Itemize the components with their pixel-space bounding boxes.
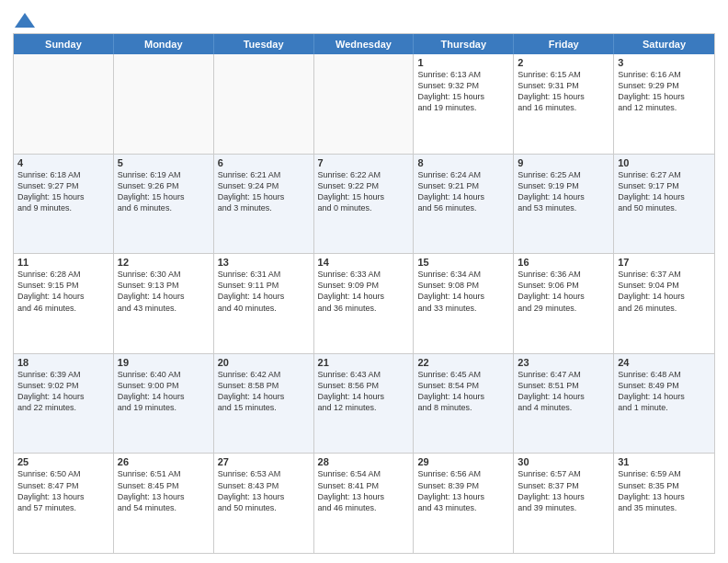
- cal-cell-29: 29Sunrise: 6:56 AMSunset: 8:39 PMDayligh…: [414, 454, 514, 553]
- cal-cell-28: 28Sunrise: 6:54 AMSunset: 8:41 PMDayligh…: [314, 454, 415, 553]
- day-number: 30: [518, 456, 609, 467]
- cell-info-text: Sunrise: 6:39 AMSunset: 9:02 PMDaylight:…: [17, 369, 109, 414]
- cal-cell-15: 15Sunrise: 6:34 AMSunset: 9:08 PMDayligh…: [414, 254, 514, 353]
- cell-info-text: Sunrise: 6:15 AMSunset: 9:31 PMDaylight:…: [518, 69, 609, 114]
- calendar-header: SundayMondayTuesdayWednesdayThursdayFrid…: [14, 34, 714, 54]
- header: [13, 9, 715, 28]
- header-day-thursday: Thursday: [414, 34, 514, 54]
- cal-cell-6: 6Sunrise: 6:21 AMSunset: 9:24 PMDaylight…: [214, 155, 314, 254]
- cal-cell-17: 17Sunrise: 6:37 AMSunset: 9:04 PMDayligh…: [614, 254, 714, 353]
- day-number: 13: [218, 257, 310, 268]
- cell-info-text: Sunrise: 6:33 AMSunset: 9:09 PMDaylight:…: [318, 269, 410, 314]
- cal-cell-19: 19Sunrise: 6:40 AMSunset: 9:00 PMDayligh…: [114, 354, 214, 454]
- page: SundayMondayTuesdayWednesdayThursdayFrid…: [0, 0, 728, 563]
- header-day-wednesday: Wednesday: [314, 34, 415, 54]
- cal-cell-empty-1: [114, 54, 214, 154]
- cell-info-text: Sunrise: 6:19 AMSunset: 9:26 PMDaylight:…: [118, 169, 210, 214]
- cal-cell-empty-3: [314, 54, 415, 154]
- day-number: 31: [618, 456, 711, 467]
- calendar-row-0: 1Sunrise: 6:13 AMSunset: 9:32 PMDaylight…: [14, 54, 714, 154]
- day-number: 2: [518, 57, 609, 68]
- day-number: 17: [618, 257, 711, 268]
- day-number: 16: [518, 257, 609, 268]
- header-day-friday: Friday: [514, 34, 614, 54]
- cal-cell-8: 8Sunrise: 6:24 AMSunset: 9:21 PMDaylight…: [414, 155, 514, 254]
- cell-info-text: Sunrise: 6:56 AMSunset: 8:39 PMDaylight:…: [417, 468, 509, 513]
- header-day-tuesday: Tuesday: [214, 34, 314, 54]
- cal-cell-14: 14Sunrise: 6:33 AMSunset: 9:09 PMDayligh…: [314, 254, 415, 353]
- day-number: 11: [17, 257, 109, 268]
- cal-cell-20: 20Sunrise: 6:42 AMSunset: 8:58 PMDayligh…: [214, 354, 314, 454]
- cell-info-text: Sunrise: 6:54 AMSunset: 8:41 PMDaylight:…: [318, 468, 410, 513]
- cell-info-text: Sunrise: 6:42 AMSunset: 8:58 PMDaylight:…: [218, 369, 310, 414]
- cal-cell-empty-2: [214, 54, 314, 154]
- day-number: 21: [318, 357, 410, 368]
- day-number: 23: [518, 357, 609, 368]
- cal-cell-7: 7Sunrise: 6:22 AMSunset: 9:22 PMDaylight…: [314, 155, 415, 254]
- calendar-row-4: 25Sunrise: 6:50 AMSunset: 8:47 PMDayligh…: [14, 453, 714, 553]
- cell-info-text: Sunrise: 6:37 AMSunset: 9:04 PMDaylight:…: [618, 269, 711, 314]
- cell-info-text: Sunrise: 6:51 AMSunset: 8:45 PMDaylight:…: [118, 468, 210, 513]
- cell-info-text: Sunrise: 6:53 AMSunset: 8:43 PMDaylight:…: [218, 468, 310, 513]
- day-number: 15: [417, 257, 509, 268]
- cell-info-text: Sunrise: 6:36 AMSunset: 9:06 PMDaylight:…: [518, 269, 609, 314]
- calendar: SundayMondayTuesdayWednesdayThursdayFrid…: [13, 33, 715, 554]
- cal-cell-30: 30Sunrise: 6:57 AMSunset: 8:37 PMDayligh…: [514, 454, 614, 553]
- day-number: 24: [618, 357, 711, 368]
- day-number: 3: [618, 57, 711, 68]
- calendar-row-2: 11Sunrise: 6:28 AMSunset: 9:15 PMDayligh…: [14, 253, 714, 353]
- day-number: 9: [518, 157, 609, 168]
- cal-cell-13: 13Sunrise: 6:31 AMSunset: 9:11 PMDayligh…: [214, 254, 314, 353]
- cell-info-text: Sunrise: 6:43 AMSunset: 8:56 PMDaylight:…: [318, 369, 410, 414]
- day-number: 28: [318, 456, 410, 467]
- day-number: 20: [218, 357, 310, 368]
- cell-info-text: Sunrise: 6:22 AMSunset: 9:22 PMDaylight:…: [318, 169, 410, 214]
- cal-cell-26: 26Sunrise: 6:51 AMSunset: 8:45 PMDayligh…: [114, 454, 214, 553]
- day-number: 6: [218, 157, 310, 168]
- logo: [13, 13, 35, 28]
- cal-cell-12: 12Sunrise: 6:30 AMSunset: 9:13 PMDayligh…: [114, 254, 214, 353]
- header-day-sunday: Sunday: [14, 34, 114, 54]
- cal-cell-3: 3Sunrise: 6:16 AMSunset: 9:29 PMDaylight…: [614, 54, 714, 154]
- day-number: 8: [417, 157, 509, 168]
- day-number: 27: [218, 456, 310, 467]
- header-day-monday: Monday: [114, 34, 214, 54]
- cal-cell-11: 11Sunrise: 6:28 AMSunset: 9:15 PMDayligh…: [14, 254, 114, 353]
- day-number: 18: [17, 357, 109, 368]
- day-number: 26: [118, 456, 210, 467]
- day-number: 4: [17, 157, 109, 168]
- cell-info-text: Sunrise: 6:21 AMSunset: 9:24 PMDaylight:…: [218, 169, 310, 214]
- cell-info-text: Sunrise: 6:28 AMSunset: 9:15 PMDaylight:…: [17, 269, 109, 314]
- day-number: 12: [118, 257, 210, 268]
- day-number: 29: [417, 456, 509, 467]
- cell-info-text: Sunrise: 6:50 AMSunset: 8:47 PMDaylight:…: [17, 468, 109, 513]
- cell-info-text: Sunrise: 6:25 AMSunset: 9:19 PMDaylight:…: [518, 169, 609, 214]
- cal-cell-4: 4Sunrise: 6:18 AMSunset: 9:27 PMDaylight…: [14, 155, 114, 254]
- cal-cell-21: 21Sunrise: 6:43 AMSunset: 8:56 PMDayligh…: [314, 354, 415, 454]
- cell-info-text: Sunrise: 6:45 AMSunset: 8:54 PMDaylight:…: [417, 369, 509, 414]
- cal-cell-2: 2Sunrise: 6:15 AMSunset: 9:31 PMDaylight…: [514, 54, 614, 154]
- svg-marker-0: [15, 13, 35, 28]
- cal-cell-10: 10Sunrise: 6:27 AMSunset: 9:17 PMDayligh…: [614, 155, 714, 254]
- day-number: 10: [618, 157, 711, 168]
- cal-cell-16: 16Sunrise: 6:36 AMSunset: 9:06 PMDayligh…: [514, 254, 614, 353]
- cell-info-text: Sunrise: 6:16 AMSunset: 9:29 PMDaylight:…: [618, 69, 711, 114]
- day-number: 25: [17, 456, 109, 467]
- cal-cell-1: 1Sunrise: 6:13 AMSunset: 9:32 PMDaylight…: [414, 54, 514, 154]
- cal-cell-23: 23Sunrise: 6:47 AMSunset: 8:51 PMDayligh…: [514, 354, 614, 454]
- cell-info-text: Sunrise: 6:27 AMSunset: 9:17 PMDaylight:…: [618, 169, 711, 214]
- cell-info-text: Sunrise: 6:48 AMSunset: 8:49 PMDaylight:…: [618, 369, 711, 414]
- cell-info-text: Sunrise: 6:47 AMSunset: 8:51 PMDaylight:…: [518, 369, 609, 414]
- cal-cell-empty-0: [14, 54, 114, 154]
- cell-info-text: Sunrise: 6:34 AMSunset: 9:08 PMDaylight:…: [417, 269, 509, 314]
- cell-info-text: Sunrise: 6:13 AMSunset: 9:32 PMDaylight:…: [417, 69, 509, 114]
- day-number: 19: [118, 357, 210, 368]
- cell-info-text: Sunrise: 6:30 AMSunset: 9:13 PMDaylight:…: [118, 269, 210, 314]
- cal-cell-18: 18Sunrise: 6:39 AMSunset: 9:02 PMDayligh…: [14, 354, 114, 454]
- cell-info-text: Sunrise: 6:59 AMSunset: 8:35 PMDaylight:…: [618, 468, 711, 513]
- cal-cell-25: 25Sunrise: 6:50 AMSunset: 8:47 PMDayligh…: [14, 454, 114, 553]
- cal-cell-24: 24Sunrise: 6:48 AMSunset: 8:49 PMDayligh…: [614, 354, 714, 454]
- cell-info-text: Sunrise: 6:40 AMSunset: 9:00 PMDaylight:…: [118, 369, 210, 414]
- calendar-row-3: 18Sunrise: 6:39 AMSunset: 9:02 PMDayligh…: [14, 353, 714, 454]
- day-number: 22: [417, 357, 509, 368]
